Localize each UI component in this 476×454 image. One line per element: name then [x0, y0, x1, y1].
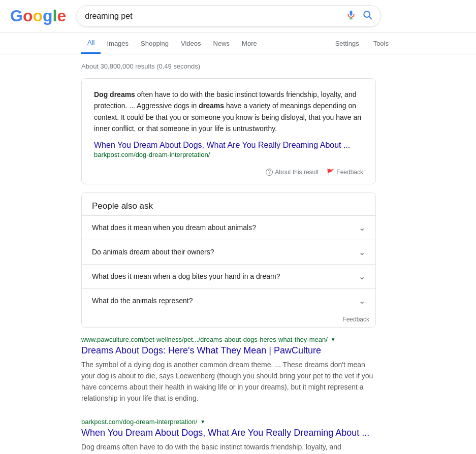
- search-icons: [346, 10, 372, 22]
- result-domain-2: barkpost.com/dog-dream-interpretation/: [81, 418, 197, 426]
- snippet-feedback-row: ? About this result 🚩 Feedback: [94, 165, 363, 176]
- tab-images[interactable]: Images: [101, 34, 135, 53]
- snippet-bold-2: dreams: [199, 102, 224, 110]
- paa-feedback[interactable]: Feedback: [82, 313, 375, 327]
- paa-item-2[interactable]: Do animals dream about their owners? ⌄: [82, 240, 375, 264]
- feedback-label-snippet: Feedback: [336, 169, 363, 176]
- paa-question-2: Do animals dream about their owners?: [92, 248, 214, 256]
- paa-question-3: What does it mean when a dog bites your …: [92, 272, 280, 280]
- result-desc-2: Dog dreams often have to do with the bas…: [81, 441, 376, 454]
- feedback-button-snippet[interactable]: 🚩 Feedback: [327, 169, 363, 176]
- tab-more[interactable]: More: [236, 34, 263, 53]
- result-desc-1: The symbol of a dying dog is another com…: [81, 359, 376, 404]
- dropdown-arrow-2[interactable]: ▼: [200, 419, 205, 425]
- featured-snippet: Dog dreams often have to do with the bas…: [81, 78, 376, 184]
- paa-question-1: What does it mean when you dream about a…: [92, 223, 256, 232]
- paa-item-4[interactable]: What do the animals represent? ⌄: [82, 288, 375, 313]
- header: Google: [0, 0, 476, 33]
- chevron-down-icon-1: ⌄: [359, 223, 365, 233]
- tab-shopping[interactable]: Shopping: [135, 34, 175, 53]
- snippet-link[interactable]: When You Dream About Dogs, What Are You …: [94, 141, 363, 150]
- chevron-down-icon-2: ⌄: [359, 247, 365, 257]
- search-bar: [76, 5, 381, 27]
- search-button[interactable]: [362, 10, 372, 22]
- result-title-2[interactable]: When You Dream About Dogs, What Are You …: [81, 428, 369, 438]
- people-also-ask-title: People also ask: [82, 193, 375, 215]
- google-logo[interactable]: Google: [10, 7, 66, 25]
- snippet-bold-1: Dog dreams: [94, 90, 135, 99]
- tab-videos[interactable]: Videos: [175, 34, 207, 53]
- paa-item-3[interactable]: What does it mean when a dog bites your …: [82, 264, 375, 288]
- result-title-1[interactable]: Dreams About Dogs: Here's What They Mean…: [81, 345, 321, 355]
- results-area: About 30,800,000 results (0.49 seconds) …: [0, 54, 457, 454]
- nav-tabs: All Images Shopping Videos News More Set…: [0, 33, 476, 54]
- about-this-result[interactable]: ? About this result: [266, 169, 319, 176]
- tab-all[interactable]: All: [81, 33, 101, 54]
- people-also-ask-box: People also ask What does it mean when y…: [81, 192, 376, 328]
- svg-line-4: [369, 17, 372, 19]
- nav-right: Settings Tools: [329, 34, 395, 53]
- about-result-label: About this result: [275, 169, 319, 176]
- paa-item-1[interactable]: What does it mean when you dream about a…: [82, 215, 375, 240]
- flag-icon: 🚩: [327, 169, 334, 176]
- microphone-icon[interactable]: [346, 10, 356, 22]
- result-url-line-1: www.pawculture.com/pet-wellness/pet.../d…: [81, 336, 376, 343]
- snippet-text: Dog dreams often have to do with the bas…: [94, 89, 363, 135]
- question-icon: ?: [266, 169, 273, 176]
- results-count: About 30,800,000 results (0.49 seconds): [81, 62, 376, 70]
- result-domain-1: www.pawculture.com/pet-wellness/pet.../d…: [81, 336, 328, 343]
- svg-rect-0: [350, 11, 353, 16]
- snippet-url: barkpost.com/dog-dream-interpretation/: [94, 151, 363, 158]
- paa-question-4: What do the animals represent?: [92, 297, 193, 305]
- chevron-down-icon-3: ⌄: [359, 272, 365, 281]
- search-input[interactable]: [85, 12, 342, 21]
- dropdown-arrow-1[interactable]: ▼: [331, 337, 336, 342]
- result-url-line-2: barkpost.com/dog-dream-interpretation/ ▼: [81, 418, 376, 426]
- result-item-1: www.pawculture.com/pet-wellness/pet.../d…: [81, 336, 376, 404]
- chevron-down-icon-4: ⌄: [359, 296, 365, 306]
- tab-settings[interactable]: Settings: [329, 34, 365, 53]
- tab-tools[interactable]: Tools: [367, 34, 395, 53]
- result-item-2: barkpost.com/dog-dream-interpretation/ ▼…: [81, 418, 376, 454]
- tab-news[interactable]: News: [207, 34, 236, 53]
